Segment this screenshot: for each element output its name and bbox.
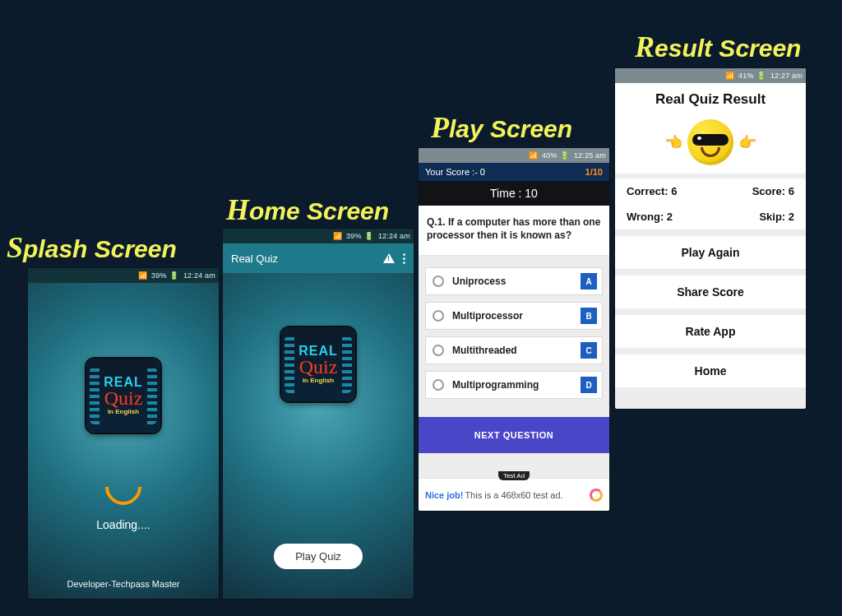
battery-icon: 🔋 [560, 151, 569, 160]
result-screen: 📶 41% 🔋 12:27 am Real Quiz Result 👈 👉 Co… [615, 68, 806, 409]
play-screen: 📶 40% 🔋 12:25 am Your Score :- 0 1/10 Ti… [419, 148, 609, 511]
radio-icon [433, 276, 444, 287]
options-list: Uniprocess A Multiprocessor B Multithrea… [419, 256, 609, 404]
loading-label: Loading.... [96, 518, 150, 531]
label-home: Home Screen [226, 192, 389, 227]
skip-label: Skip: 2 [759, 211, 794, 223]
app-logo: REAL Quiz In English [86, 359, 160, 433]
logo-line3: In English [303, 377, 334, 385]
status-bar: 📶 39% 🔋 12:24 am [223, 229, 414, 243]
radio-icon [433, 379, 444, 391]
option-b[interactable]: Multiprocessor B [425, 302, 603, 330]
signal-icon: 📶 [333, 232, 342, 240]
app-title: Real Quiz [231, 252, 278, 265]
splash-screen: 📶 39% 🔋 12:24 am REAL Quiz In English Lo… [28, 268, 219, 599]
clock-label: 12:27 am [770, 72, 803, 80]
admob-icon [590, 489, 603, 502]
option-a[interactable]: Uniprocess A [425, 267, 603, 295]
app-bar: Real Quiz [223, 243, 414, 273]
option-badge: D [581, 377, 597, 393]
clock-label: 12:24 am [183, 271, 215, 280]
home-screen: 📶 39% 🔋 12:24 am Real Quiz REAL Quiz In … [223, 229, 414, 599]
wrong-label: Wrong: 2 [627, 211, 673, 223]
hand-right-icon: 👉 [738, 133, 756, 151]
clock-label: 12:24 am [378, 232, 410, 240]
developer-label: Developer-Techpass Master [67, 579, 180, 589]
battery-icon: 🔋 [756, 72, 766, 80]
signal-icon: 📶 [725, 72, 734, 80]
battery-icon: 🔋 [169, 271, 178, 280]
option-label: Multiprogramming [452, 379, 539, 391]
warning-icon[interactable] [383, 253, 395, 263]
correct-label: Correct: 6 [627, 185, 677, 197]
ad-banner[interactable]: Test Ad Nice job! This is a 468x60 test … [419, 478, 609, 511]
rate-app-button[interactable]: Rate App [615, 315, 806, 348]
logo-line2: Quiz [299, 359, 338, 377]
option-label: Multithreaded [452, 345, 517, 356]
status-bar: 📶 40% 🔋 12:25 am [419, 148, 609, 163]
stat-row-1: Correct: 6 Score: 6 [615, 178, 806, 204]
result-emoji: 👈 👉 [615, 116, 806, 174]
battery-icon: 🔋 [364, 232, 373, 240]
score-label: Score: 6 [752, 185, 794, 197]
result-title: Real Quiz Result [615, 83, 806, 116]
option-badge: A [581, 273, 597, 289]
battery-label: 39% [346, 232, 362, 240]
status-bar: 📶 39% 🔋 12:24 am [28, 268, 219, 283]
clock-label: 12:25 am [574, 151, 606, 160]
battery-label: 41% [738, 72, 754, 80]
ad-text: This is a 468x60 test ad. [465, 490, 562, 500]
progress-label: 1/10 [585, 167, 603, 177]
option-label: Multiprocessor [452, 310, 523, 322]
play-again-button[interactable]: Play Again [615, 236, 806, 269]
signal-icon: 📶 [529, 151, 538, 160]
play-quiz-button[interactable]: Play Quiz [274, 544, 363, 569]
question-card: Q.1. If a computer has more than one pro… [419, 206, 609, 256]
overflow-menu-icon[interactable] [403, 253, 405, 264]
app-logo: REAL Quiz In English [281, 327, 355, 401]
timer-label: Time : 10 [490, 187, 538, 200]
battery-label: 40% [542, 151, 557, 160]
ad-nice: Nice job! [425, 490, 463, 500]
home-button[interactable]: Home [615, 354, 806, 387]
logo-line3: In English [108, 409, 139, 416]
label-splash: Splash Screen [7, 230, 177, 265]
stat-row-2: Wrong: 2 Skip: 2 [615, 204, 806, 229]
share-score-button[interactable]: Share Score [615, 276, 806, 308]
loading-spinner-icon [98, 461, 149, 512]
radio-icon [433, 345, 444, 356]
hand-left-icon: 👈 [664, 133, 682, 151]
option-c[interactable]: Multithreaded C [425, 336, 603, 364]
smiley-cool-icon [687, 119, 733, 165]
battery-label: 39% [151, 271, 167, 280]
logo-line2: Quiz [104, 390, 143, 408]
ad-tag: Test Ad [498, 471, 530, 480]
score-label: Your Score :- 0 [425, 167, 485, 177]
option-badge: B [581, 308, 597, 324]
next-question-button[interactable]: NEXT QUESTION [419, 417, 609, 453]
timer-bar: Time : 10 [419, 181, 609, 206]
option-label: Uniprocess [452, 276, 506, 287]
label-play: Play Screen [431, 110, 572, 145]
radio-icon [433, 310, 444, 322]
score-bar: Your Score :- 0 1/10 [419, 163, 609, 181]
signal-icon: 📶 [138, 271, 147, 280]
label-result: Result Screen [635, 30, 801, 64]
option-d[interactable]: Multiprogramming D [425, 371, 603, 399]
option-badge: C [581, 342, 597, 359]
status-bar: 📶 41% 🔋 12:27 am [615, 68, 806, 83]
